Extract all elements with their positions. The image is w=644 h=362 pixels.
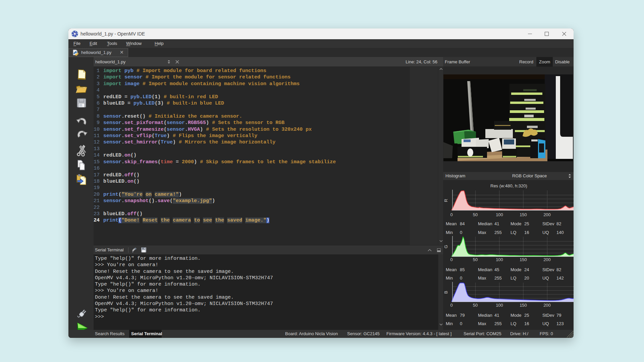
svg-text:50: 50 xyxy=(473,257,478,262)
svg-text:200: 200 xyxy=(543,257,551,262)
svg-text:150: 150 xyxy=(520,257,527,262)
svg-text:200: 200 xyxy=(543,303,551,308)
svg-text:50: 50 xyxy=(473,303,478,308)
svg-text:0: 0 xyxy=(450,212,452,217)
svg-text:150: 150 xyxy=(520,303,527,308)
svg-text:100: 100 xyxy=(496,212,503,217)
svg-text:150: 150 xyxy=(520,212,527,217)
svg-text:0: 0 xyxy=(450,303,452,308)
svg-text:B: B xyxy=(443,291,448,294)
svg-text:0: 0 xyxy=(450,257,452,262)
svg-text:200: 200 xyxy=(543,212,551,217)
svg-text:100: 100 xyxy=(496,303,503,308)
svg-text:G: G xyxy=(443,245,448,248)
svg-text:100: 100 xyxy=(496,257,503,262)
svg-text:R: R xyxy=(443,199,448,202)
svg-text:50: 50 xyxy=(473,212,478,217)
